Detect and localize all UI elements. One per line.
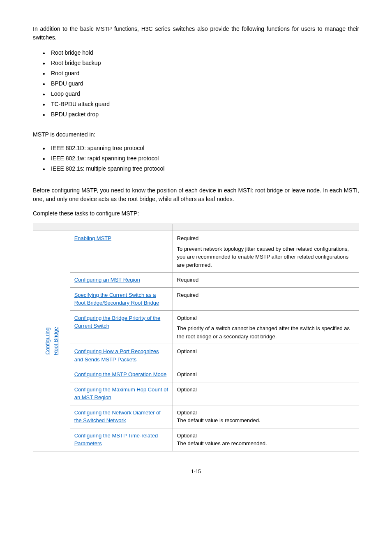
- configuring-network-diameter-link[interactable]: Configuring the Network Diameter of the …: [74, 409, 161, 424]
- remark-cell: Required: [173, 273, 359, 288]
- bullet-list-1: Root bridge hold Root bridge backup Root…: [33, 49, 359, 119]
- remark-cell: Optional The default values are recommen…: [173, 428, 359, 451]
- task-cell: Configuring the Maximum Hop Count of an …: [70, 382, 173, 405]
- list-item: IEEE 802.1D: spanning tree protocol: [43, 144, 359, 153]
- task-cell: Configuring the Network Diameter of the …: [70, 405, 173, 428]
- configuring-root-bridge-link[interactable]: ConfiguringRoot Bridge: [44, 327, 59, 355]
- remark-cell: Required: [173, 287, 359, 310]
- task-cell: Configuring the Bridge Priority of the C…: [70, 310, 173, 344]
- remark-cell: Optional: [173, 367, 359, 382]
- task-cell: Configuring the MSTP Time-related Parame…: [70, 428, 173, 451]
- task-cell: Configuring an MST Region: [70, 273, 173, 288]
- specifying-current-switch-link[interactable]: Specifying the Current Switch as a Root …: [74, 292, 159, 306]
- list-item: Root guard: [43, 69, 359, 78]
- list-item: IEEE 802.1w: rapid spanning tree protoco…: [43, 154, 359, 163]
- list-item: BPDU packet drop: [43, 110, 359, 119]
- configuring-mstp-time-related-link[interactable]: Configuring the MSTP Time-related Parame…: [74, 432, 158, 447]
- list-item: IEEE 802.1s: multiple spanning tree prot…: [43, 164, 359, 173]
- table-header-remarks: [173, 224, 359, 231]
- configuring-mst-region-link[interactable]: Configuring an MST Region: [74, 277, 140, 283]
- task-cell: Specifying the Current Switch as a Root …: [70, 287, 173, 310]
- list-item: TC-BPDU attack guard: [43, 100, 359, 109]
- mstp-task-table: ConfiguringRoot Bridge Enabling MSTP Req…: [33, 224, 359, 451]
- page-number: 1-15: [33, 468, 359, 475]
- list-item: Root bridge hold: [43, 49, 359, 57]
- task-cell: Configuring How a Port Recognizes and Se…: [70, 344, 173, 367]
- remark-cell: Optional: [173, 382, 359, 405]
- list-item: Root bridge backup: [43, 59, 359, 67]
- table-side-cell: ConfiguringRoot Bridge: [33, 231, 70, 451]
- before-config-paragraph: Before configuring MSTP, you need to kno…: [33, 186, 359, 204]
- configuring-max-hop-count-link[interactable]: Configuring the Maximum Hop Count of an …: [74, 386, 168, 401]
- list-item: BPDU guard: [43, 79, 359, 88]
- bullet-list-2: IEEE 802.1D: spanning tree protocol IEEE…: [33, 144, 359, 173]
- complete-tasks-line: Complete these tasks to configure MSTP:: [33, 209, 359, 218]
- configuring-mstp-operation-mode-link[interactable]: Configuring the MSTP Operation Mode: [74, 371, 167, 377]
- configuring-bridge-priority-link[interactable]: Configuring the Bridge Priority of the C…: [74, 315, 161, 329]
- remark-cell: Optional The priority of a switch cannot…: [173, 310, 359, 344]
- documented-line: MSTP is documented in:: [33, 130, 359, 139]
- remark-cell: Optional: [173, 344, 359, 367]
- remark-cell: Optional The default value is recommende…: [173, 405, 359, 428]
- list-item: Loop guard: [43, 90, 359, 98]
- table-header-task: [33, 224, 173, 231]
- intro-paragraph: In addition to the basic MSTP functions,…: [33, 25, 359, 42]
- configuring-port-recognizes-link[interactable]: Configuring How a Port Recognizes and Se…: [74, 348, 159, 363]
- remark-cell: Required To prevent network topology jit…: [173, 231, 359, 273]
- task-cell: Enabling MSTP: [70, 231, 173, 273]
- enabling-mstp-link[interactable]: Enabling MSTP: [74, 235, 111, 241]
- task-cell: Configuring the MSTP Operation Mode: [70, 367, 173, 382]
